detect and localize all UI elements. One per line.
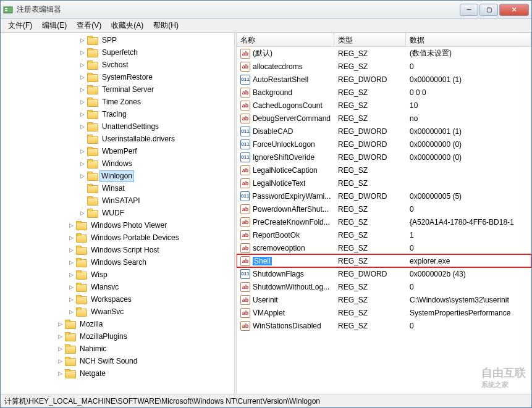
expand-icon[interactable]: ▷ [78,49,86,56]
expand-icon[interactable]: ▷ [67,259,75,266]
expand-icon[interactable]: ▷ [67,308,75,315]
expand-icon[interactable]: ▷ [78,123,86,130]
expand-icon[interactable]: ▷ [67,283,75,291]
tree-node[interactable]: ▷Time Zones [1,96,234,108]
list-row[interactable]: abPowerdownAfterShut...REG_SZ0 [237,202,531,215]
expand-icon[interactable]: ▷ [56,370,64,377]
list-row[interactable]: 011ForceUnlockLogonREG_DWORD0x00000000 (… [237,138,531,151]
expand-icon[interactable]: ▷ [56,320,64,328]
header-data[interactable]: 数据 [406,33,531,46]
list-row[interactable]: 011ShutdownFlagsREG_DWORD0x0000002b (43) [237,267,531,280]
tree-node[interactable]: ▷UnattendSettings [1,120,234,133]
list-row[interactable]: abLegalNoticeTextREG_SZ [237,177,531,189]
tree-node[interactable]: ▷Workspaces [1,293,234,306]
tree-node[interactable]: ▷Windows Photo Viewer [1,219,234,231]
tree-node[interactable]: ▷Superfetch [1,46,234,59]
list-row[interactable]: 011AutoRestartShellREG_DWORD0x00000001 (… [237,73,531,86]
tree-node[interactable]: ▷MozillaPlugins [1,330,234,343]
minimize-button[interactable]: ─ [460,4,478,16]
tree-node[interactable]: ▷Wisp [1,269,234,281]
tree-node[interactable]: ▷Windows Script Host [1,244,234,256]
value-data: 0x0000002b (43) [406,270,531,278]
tree-node[interactable]: ▷Svchost [1,59,234,71]
maximize-button[interactable]: ▢ [479,4,498,16]
menu-edit[interactable]: 编辑(E) [37,19,72,32]
tree-node[interactable]: ▷Winlogon [1,170,234,182]
tree-node[interactable]: ▷Mozilla [1,318,234,330]
tree-node[interactable]: Winsat [1,182,234,194]
value-data: 0x00000005 (5) [406,192,531,201]
tree-node[interactable]: ▷WwanSvc [1,306,234,318]
folder-icon [87,196,97,205]
expand-icon[interactable]: ▷ [67,234,75,241]
list-row[interactable]: abReportBootOkREG_SZ1 [237,228,531,241]
folder-icon [87,135,97,143]
list-row[interactable]: aballocatecdromsREG_SZ0 [237,60,531,73]
menu-file[interactable]: 文件(F) [3,19,37,32]
string-value-icon: ab [240,165,250,175]
titlebar[interactable]: 注册表编辑器 ─ ▢ ✕ [1,1,531,19]
list-row[interactable]: 011IgnoreShiftOverideREG_DWORD0x00000000… [237,151,531,164]
tree-pane[interactable]: ▷SPP▷Superfetch▷Svchost▷SystemRestore▷Te… [1,33,234,394]
value-type: REG_SZ [334,88,406,97]
tree-node[interactable]: ▷SPP [1,34,234,46]
expand-icon[interactable]: ▷ [78,110,86,118]
app-icon [3,5,13,15]
expand-icon[interactable]: ▷ [56,345,64,352]
expand-icon[interactable]: ▷ [78,160,86,167]
expand-icon[interactable]: ▷ [78,148,86,155]
list-row[interactable]: ab(默认)REG_SZ(数值未设置) [237,47,531,60]
expand-icon[interactable]: ▷ [78,98,86,106]
tree-node[interactable]: ▷Tracing [1,108,234,120]
tree-node[interactable]: WinSATAPI [1,194,234,207]
list-row[interactable]: abShellREG_SZexplorer.exe [237,254,531,267]
menu-help[interactable]: 帮助(H) [148,19,184,32]
list-row[interactable]: abPreCreateKnownFold...REG_SZ{A520A1A4-1… [237,215,531,228]
expand-icon[interactable]: ▷ [67,246,75,254]
list-row[interactable]: abDebugServerCommandREG_SZno [237,112,531,125]
tree-node[interactable]: ▷Windows Portable Devices [1,231,234,244]
close-button[interactable]: ✕ [499,4,529,16]
tree-node[interactable]: ▷NCH Swift Sound [1,355,234,367]
tree-node[interactable]: ▷WbemPerf [1,145,234,157]
list-row[interactable]: 011PasswordExpiryWarni...REG_DWORD0x0000… [237,189,531,202]
expand-icon[interactable]: ▷ [78,61,86,69]
tree-node[interactable]: ▷SystemRestore [1,71,234,83]
expand-icon[interactable]: ▷ [67,296,75,303]
expand-icon[interactable]: ▷ [78,86,86,93]
header-name[interactable]: 名称 [237,33,334,46]
list-row[interactable]: abShutdownWithoutLog...REG_SZ0 [237,280,531,293]
expand-icon[interactable]: ▷ [67,222,75,229]
expand-icon[interactable]: ▷ [67,271,75,278]
menu-favorites[interactable]: 收藏夹(A) [106,19,148,32]
list-row[interactable]: abCachedLogonsCountREG_SZ10 [237,99,531,112]
list-row[interactable]: abscremoveoptionREG_SZ0 [237,241,531,254]
tree-node[interactable]: ▷Nahimic [1,343,234,355]
list-row[interactable]: abVMAppletREG_SZSystemPropertiesPerforma… [237,306,531,319]
list-row[interactable]: abBackgroundREG_SZ0 0 0 [237,86,531,99]
expand-icon[interactable]: ▷ [78,73,86,81]
tree-node[interactable]: ▷Windows [1,157,234,170]
values-list[interactable]: ab(默认)REG_SZ(数值未设置)aballocatecdromsREG_S… [237,47,531,394]
expand-icon[interactable]: ▷ [56,357,64,365]
tree-node[interactable]: ▷Windows Search [1,256,234,269]
expand-icon[interactable]: ▷ [78,209,86,217]
tree-node[interactable]: Userinstallable.drivers [1,133,234,145]
header-type[interactable]: 类型 [334,33,406,46]
menu-view[interactable]: 查看(V) [72,19,106,32]
value-name: VMApplet [253,309,285,317]
tree-node[interactable]: ▷Wlansvc [1,281,234,293]
list-row[interactable]: abUserinitREG_SZC:\Windows\system32\user… [237,293,531,306]
tree-node[interactable]: ▷Netgate [1,367,234,380]
list-row[interactable]: abLegalNoticeCaptionREG_SZ [237,164,531,177]
expand-icon[interactable]: ▷ [78,172,86,180]
tree-label: MozillaPlugins [77,330,130,343]
expand-icon[interactable]: ▷ [78,36,86,44]
folder-icon [65,357,75,365]
list-row[interactable]: 011DisableCADREG_DWORD0x00000001 (1) [237,125,531,138]
value-type: REG_SZ [334,296,406,304]
tree-node[interactable]: ▷Terminal Server [1,83,234,96]
tree-node[interactable]: ▷WUDF [1,207,234,219]
expand-icon[interactable]: ▷ [56,333,64,340]
list-row[interactable]: abWinStationsDisabledREG_SZ0 [237,319,531,332]
